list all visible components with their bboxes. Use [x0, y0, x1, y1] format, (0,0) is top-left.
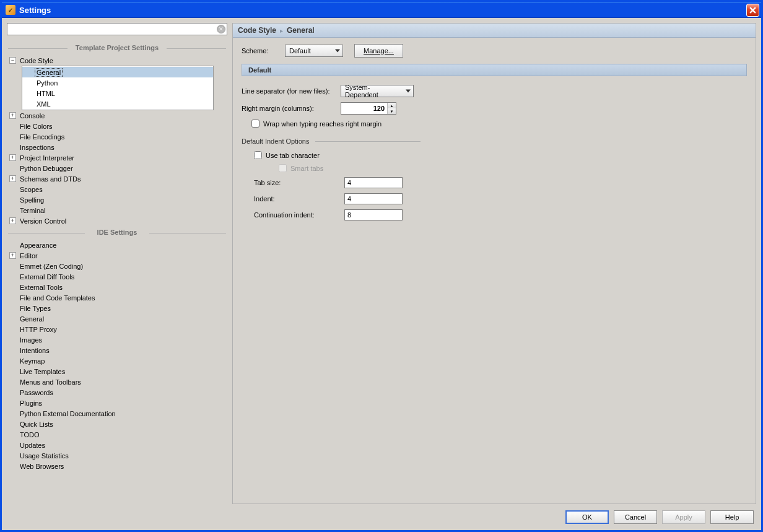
form-area: Scheme: Default Manage... Default Line s…	[233, 38, 756, 504]
tree-item[interactable]: TODO	[8, 429, 226, 440]
tree-item[interactable]: Python	[22, 77, 213, 88]
line-separator-combo[interactable]: System-Dependent	[341, 85, 414, 97]
chevron-right-icon: ▸	[280, 27, 283, 34]
tree-item[interactable]: XML	[22, 98, 213, 109]
tree-item-label: Quick Lists	[18, 420, 55, 429]
expand-icon[interactable]: +	[9, 175, 16, 182]
tree-item[interactable]: Live Templates	[8, 366, 226, 377]
tree-item[interactable]: HTTP Proxy	[8, 324, 226, 334]
close-button[interactable]	[746, 4, 759, 17]
tree-item[interactable]: +Console	[8, 110, 226, 121]
tree-item[interactable]: Appearance	[8, 240, 226, 250]
line-separator-label: Line separator (for new files):	[242, 87, 341, 95]
use-tab-text: Use tab character	[266, 152, 320, 159]
tree-item[interactable]: External Tools	[8, 282, 226, 292]
apply-button: Apply	[662, 510, 705, 524]
tree-item[interactable]: −Code Style	[8, 55, 226, 66]
use-tab-checkbox[interactable]	[254, 151, 262, 159]
tree-item[interactable]: +Project Interpreter	[8, 152, 226, 163]
tree-item[interactable]: File Colors	[8, 121, 226, 131]
tree-item[interactable]: Plugins	[8, 398, 226, 408]
use-tab-row: Use tab character	[254, 151, 747, 159]
scheme-combo[interactable]: Default	[285, 45, 343, 57]
tree-item[interactable]: +Editor	[8, 250, 226, 261]
tree-item[interactable]: Quick Lists	[8, 419, 226, 429]
expander-placeholder	[9, 389, 16, 396]
tree-item[interactable]: Usage Statistics	[8, 450, 226, 461]
expand-icon[interactable]: +	[9, 154, 16, 161]
settings-tree[interactable]: Template Project Settings−Code StyleGene…	[7, 39, 227, 504]
indent-row: Indent:	[254, 193, 747, 204]
tree-item[interactable]: File Encodings	[8, 131, 226, 142]
collapse-icon[interactable]: −	[9, 57, 16, 64]
tree-item[interactable]: +Version Control	[8, 216, 226, 226]
tree-item-label: Scopes	[18, 185, 45, 194]
tree-item-label: Spelling	[18, 196, 46, 204]
tree-item[interactable]: File and Code Templates	[8, 292, 226, 303]
right-margin-spinner[interactable]: ▲ ▼	[341, 102, 396, 115]
indent-input[interactable]	[344, 193, 403, 204]
expander-placeholder	[9, 196, 16, 203]
expander-placeholder	[9, 186, 16, 193]
tree-item[interactable]: External Diff Tools	[8, 271, 226, 282]
spinner-up[interactable]: ▲	[388, 103, 396, 108]
tab-size-row: Tab size:	[254, 177, 747, 188]
scheme-label: Scheme:	[242, 47, 285, 55]
tree-item[interactable]: General	[8, 313, 226, 324]
tree-item-label: HTML	[35, 89, 57, 98]
close-icon	[749, 7, 756, 14]
tree-item[interactable]: Passwords	[8, 387, 226, 398]
chevron-down-icon	[406, 90, 411, 93]
expander-placeholder	[26, 69, 33, 76]
tree-item[interactable]: Web Browsers	[8, 461, 226, 471]
tree-item[interactable]: Inspections	[8, 142, 226, 152]
expand-icon[interactable]: +	[9, 252, 16, 259]
expander-placeholder	[9, 294, 16, 301]
tree-item-label: TODO	[18, 430, 41, 439]
tree-item[interactable]: Python External Documentation	[8, 408, 226, 419]
client-area: ✕ Template Project Settings−Code StyleGe…	[2, 18, 761, 530]
right-margin-input[interactable]	[341, 103, 387, 114]
tree-item[interactable]: Intentions	[8, 345, 226, 355]
tree-item[interactable]: File Types	[8, 303, 226, 313]
expander-placeholder	[9, 144, 16, 150]
tree-item-label: Intentions	[18, 346, 51, 355]
smart-tabs-checkbox	[279, 164, 287, 172]
search-clear-button[interactable]: ✕	[217, 25, 225, 33]
manage-button[interactable]: Manage...	[354, 44, 403, 58]
tree-item[interactable]: Keymap	[8, 355, 226, 366]
tree-item[interactable]: Python Debugger	[8, 163, 226, 173]
cont-indent-input[interactable]	[344, 209, 403, 220]
tree-item[interactable]: +Schemas and DTDs	[8, 173, 226, 184]
expander-placeholder	[9, 336, 16, 343]
wrap-checkbox-label[interactable]: Wrap when typing reaches right margin	[251, 120, 381, 128]
help-button[interactable]: Help	[710, 510, 754, 524]
expander-placeholder	[9, 357, 16, 364]
expand-icon[interactable]: +	[9, 112, 16, 119]
tree-item-label: Keymap	[18, 357, 46, 365]
cont-indent-label: Continuation indent:	[254, 211, 344, 219]
tree-item[interactable]: Emmet (Zen Coding)	[8, 261, 226, 271]
ok-button[interactable]: OK	[565, 510, 609, 524]
tree-item-label: Editor	[18, 251, 40, 260]
tree-item[interactable]: Scopes	[8, 184, 226, 194]
search-input[interactable]	[7, 23, 227, 35]
spinner-down[interactable]: ▼	[388, 108, 396, 114]
expand-icon[interactable]: +	[9, 217, 16, 224]
cont-indent-row: Continuation indent:	[254, 209, 747, 220]
wrap-checkbox[interactable]	[251, 120, 259, 128]
tree-item[interactable]: Menus and Toolbars	[8, 377, 226, 387]
use-tab-checkbox-label[interactable]: Use tab character	[254, 151, 320, 159]
cancel-button[interactable]: Cancel	[614, 510, 657, 524]
tree-item-label: Schemas and DTDs	[18, 175, 82, 183]
tab-size-input[interactable]	[344, 177, 403, 188]
breadcrumb-root[interactable]: Code Style	[238, 26, 276, 35]
tree-item[interactable]: Images	[8, 334, 226, 345]
tree-item[interactable]: Spelling	[8, 194, 226, 205]
tree-item[interactable]: General	[22, 67, 213, 77]
tree-item-label: Python	[35, 79, 59, 87]
tree-item[interactable]: Terminal	[8, 205, 226, 216]
tree-item-label: Plugins	[18, 399, 44, 408]
tree-item[interactable]: Updates	[8, 440, 226, 450]
tree-item[interactable]: HTML	[22, 88, 213, 98]
